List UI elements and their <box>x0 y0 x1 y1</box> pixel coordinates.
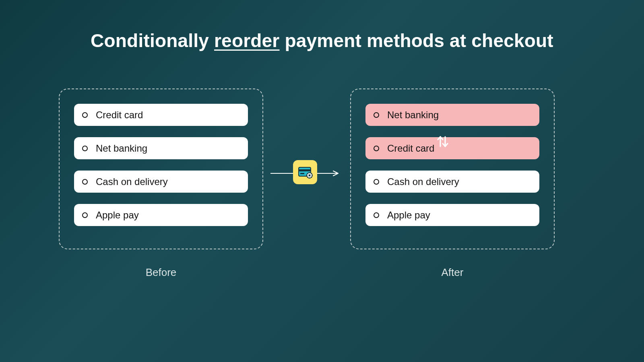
payment-option: Net banking <box>74 137 248 159</box>
radio-icon <box>82 112 88 118</box>
before-caption: Before <box>59 266 263 279</box>
payment-option: Cash on delivery <box>74 171 248 193</box>
after-caption: After <box>350 266 555 279</box>
title-pre: Conditionally <box>91 30 214 51</box>
title-underlined: reorder <box>214 30 279 51</box>
radio-icon <box>82 146 88 151</box>
payment-option-label: Apple pay <box>96 210 139 221</box>
title-post: payment methods at checkout <box>279 30 553 51</box>
before-options-stack: Credit card Net banking Cash on delivery… <box>74 104 248 226</box>
payment-option-label: Net banking <box>387 109 439 121</box>
payment-option-label: Cash on delivery <box>387 176 459 187</box>
radio-icon <box>374 212 379 218</box>
after-panel: Net banking Credit card Cash on delivery… <box>350 88 555 249</box>
payment-option: Net banking <box>365 104 539 126</box>
radio-icon <box>374 146 379 151</box>
payment-option: Credit card <box>74 104 248 126</box>
svg-rect-2 <box>299 169 311 171</box>
payment-option: Apple pay <box>74 204 248 226</box>
radio-icon <box>82 179 88 185</box>
radio-icon <box>374 112 379 118</box>
swap-vertical-icon <box>434 133 452 150</box>
page-title: Conditionally reorder payment methods at… <box>0 30 644 51</box>
after-options-stack: Net banking Credit card Cash on delivery… <box>365 104 539 226</box>
svg-point-5 <box>309 175 310 176</box>
payment-option: Apple pay <box>365 204 539 226</box>
payment-option-label: Net banking <box>96 143 147 154</box>
radio-icon <box>82 212 88 218</box>
payment-option-label: Cash on delivery <box>96 176 168 187</box>
before-panel: Credit card Net banking Cash on delivery… <box>59 88 263 249</box>
card-settings-icon <box>293 160 317 184</box>
svg-rect-3 <box>300 173 304 174</box>
payment-option: Credit card <box>365 137 539 159</box>
payment-option: Cash on delivery <box>365 171 539 193</box>
payment-option-label: Credit card <box>96 109 143 121</box>
payment-option-label: Apple pay <box>387 210 430 221</box>
radio-icon <box>374 179 379 185</box>
payment-option-label: Credit card <box>387 143 434 154</box>
